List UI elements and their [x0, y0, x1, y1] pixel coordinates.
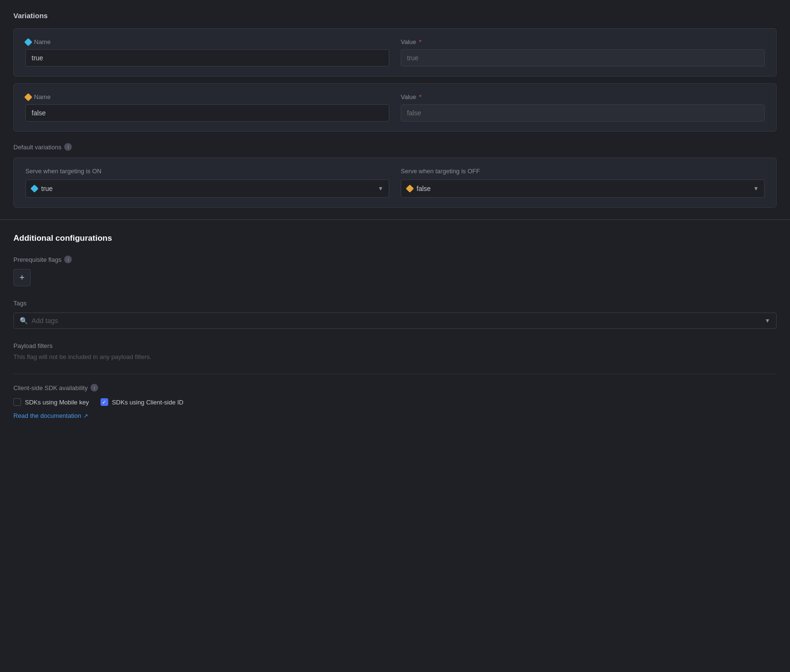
serve-off-field: Serve when targeting is OFF false ▼	[401, 168, 765, 198]
variation-row-true: Name Value *	[25, 38, 765, 67]
variation-value-field-false: Value *	[401, 93, 765, 122]
mobile-key-checkbox-item[interactable]: SDKs using Mobile key	[13, 398, 89, 406]
mobile-key-checkbox[interactable]	[13, 398, 21, 406]
tags-chevron-icon: ▼	[765, 317, 770, 324]
prerequisite-flags-label: Prerequisite flags i	[13, 256, 777, 263]
prerequisite-flags-info-icon[interactable]: i	[64, 256, 72, 263]
variation-name-label-true: Name	[25, 38, 389, 45]
variations-title: Variations	[13, 11, 777, 20]
additional-title: Additional configurations	[13, 234, 777, 243]
variation-name-field-false: Name	[25, 93, 389, 122]
default-variations-label: Default variations i	[13, 143, 777, 151]
client-side-id-checkbox[interactable]: ✓	[101, 398, 108, 406]
client-side-id-label: SDKs using Client-side ID	[112, 399, 184, 406]
serve-off-diamond-icon	[406, 185, 414, 193]
required-star-true: *	[419, 38, 421, 45]
mobile-key-label: SDKs using Mobile key	[25, 399, 89, 406]
sdk-label: Client-side SDK availability i	[13, 384, 777, 392]
variation-name-label-false: Name	[25, 93, 389, 101]
variation-value-label-true: Value *	[401, 38, 765, 45]
default-row: Serve when targeting is ON true ▼ Serve …	[25, 168, 765, 198]
serve-on-value: true	[41, 185, 53, 192]
variation-name-input-true[interactable]	[25, 49, 389, 67]
variation-value-input-true[interactable]	[401, 49, 765, 67]
tags-placeholder: Add tags	[32, 317, 761, 325]
variation-value-input-false[interactable]	[401, 104, 765, 122]
default-variations: Default variations i Serve when targetin…	[13, 143, 777, 208]
serve-off-value: false	[417, 185, 431, 192]
serve-on-diamond-icon	[31, 185, 39, 193]
variation-value-label-false: Value *	[401, 93, 765, 101]
serve-on-select[interactable]: true	[25, 179, 389, 198]
variation-card-false: Name Value *	[13, 83, 777, 132]
tags-label: Tags	[13, 300, 777, 307]
page-wrapper: Variations Name Value *	[0, 0, 790, 448]
add-prerequisite-flag-button[interactable]: +	[13, 269, 31, 286]
serve-on-select-wrapper: true ▼	[25, 179, 389, 198]
tags-input-wrapper[interactable]: 🔍 Add tags ▼	[13, 313, 777, 329]
variation-row-false: Name Value *	[25, 93, 765, 122]
variations-section: Variations Name Value *	[0, 0, 790, 220]
prerequisite-flags-field: Prerequisite flags i +	[13, 256, 777, 286]
payload-filters-description: This flag will not be included in any pa…	[13, 353, 777, 360]
variation-value-field-true: Value *	[401, 38, 765, 67]
sdk-section: Client-side SDK availability i SDKs usin…	[13, 384, 777, 419]
variation-name-input-false[interactable]	[25, 104, 389, 122]
diamond-yellow-icon	[24, 93, 33, 101]
external-link-icon: ↗	[83, 413, 88, 419]
checkboxes-row: SDKs using Mobile key ✓ SDKs using Clien…	[13, 398, 777, 406]
sdk-info-icon[interactable]: i	[90, 384, 98, 392]
default-variations-card: Serve when targeting is ON true ▼ Serve …	[13, 157, 777, 208]
client-side-id-checkbox-item[interactable]: ✓ SDKs using Client-side ID	[101, 398, 184, 406]
serve-on-label: Serve when targeting is ON	[25, 168, 389, 175]
payload-filters-label: Payload filters	[13, 342, 777, 349]
variation-name-field-true: Name	[25, 38, 389, 67]
serve-off-select-wrapper: false ▼	[401, 179, 765, 198]
additional-section: Additional configurations Prerequisite f…	[0, 220, 790, 448]
read-documentation-link[interactable]: Read the documentation ↗	[13, 412, 88, 419]
serve-off-select[interactable]: false	[401, 179, 765, 198]
add-icon: +	[20, 273, 25, 283]
default-variations-info-icon[interactable]: i	[64, 143, 72, 151]
tags-search-icon: 🔍	[20, 317, 28, 325]
tags-field: Tags 🔍 Add tags ▼	[13, 300, 777, 329]
serve-off-label: Serve when targeting is OFF	[401, 168, 765, 175]
serve-on-field: Serve when targeting is ON true ▼	[25, 168, 389, 198]
variation-card-true: Name Value *	[13, 28, 777, 77]
doc-link-text: Read the documentation	[13, 412, 81, 419]
separator-line	[13, 374, 777, 374]
payload-filters-section: Payload filters This flag will not be in…	[13, 342, 777, 360]
required-star-false: *	[419, 93, 421, 101]
diamond-blue-icon	[24, 38, 33, 46]
